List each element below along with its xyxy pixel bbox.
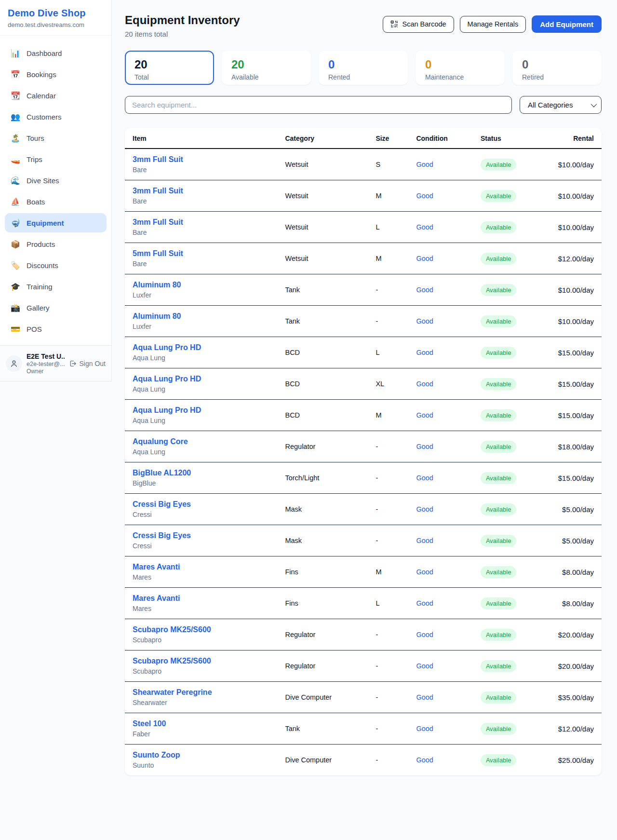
- item-size: -: [368, 462, 408, 494]
- item-condition-link[interactable]: Good: [416, 161, 433, 168]
- sidebar-item-label: Boats: [27, 198, 45, 206]
- item-brand: Bare: [133, 197, 269, 205]
- stat-card-maintenance[interactable]: 0Maintenance: [416, 51, 505, 85]
- item-name-link[interactable]: 5mm Full Suit: [133, 249, 269, 258]
- item-brand: Aqua Lung: [133, 417, 269, 424]
- sidebar-item-dive-sites[interactable]: 🌊Dive Sites: [5, 171, 107, 190]
- header-actions: Scan Barcode Manage Rentals Add Equipmen…: [383, 15, 602, 33]
- item-category: BCD: [277, 337, 368, 368]
- stat-card-rented[interactable]: 0Rented: [319, 51, 408, 85]
- item-condition-link[interactable]: Good: [416, 693, 433, 701]
- page-title: Equipment Inventory: [125, 14, 240, 27]
- item-name-link[interactable]: Scubapro MK25/S600: [133, 625, 269, 634]
- equipment-table-card: ItemCategorySizeConditionStatusRental 3m…: [125, 128, 602, 775]
- sidebar-item-gallery[interactable]: 📸Gallery: [5, 298, 107, 317]
- stat-card-available[interactable]: 20Available: [222, 51, 311, 85]
- sidebar-item-trips[interactable]: 🚤Trips: [5, 149, 107, 169]
- item-name-link[interactable]: Mares Avanti: [133, 563, 269, 571]
- item-brand: Aqua Lung: [133, 385, 269, 393]
- item-name-link[interactable]: BigBlue AL1200: [133, 469, 269, 477]
- item-condition-link[interactable]: Good: [416, 443, 433, 450]
- item-name-link[interactable]: Cressi Big Eyes: [133, 500, 269, 509]
- sidebar-item-discounts[interactable]: 🏷️Discounts: [5, 256, 107, 275]
- brand-name[interactable]: Demo Dive Shop: [8, 8, 104, 19]
- status-badge: Available: [481, 315, 517, 327]
- item-condition-link[interactable]: Good: [416, 662, 433, 670]
- item-condition-link[interactable]: Good: [416, 725, 433, 732]
- item-size: -: [368, 431, 408, 462]
- item-condition-link[interactable]: Good: [416, 631, 433, 638]
- table-row: Aluminum 80LuxferTank-GoodAvailable$10.0…: [125, 306, 602, 337]
- item-size: M: [368, 556, 408, 588]
- scan-barcode-button[interactable]: Scan Barcode: [383, 16, 454, 33]
- item-condition-link[interactable]: Good: [416, 349, 433, 356]
- item-size: XL: [368, 368, 408, 400]
- item-category: BCD: [277, 400, 368, 431]
- sidebar-item-customers[interactable]: 👥Customers: [5, 107, 107, 126]
- sign-out-label: Sign Out: [80, 360, 106, 367]
- category-filter-select[interactable]: All Categories: [520, 96, 602, 114]
- stat-card-retired[interactable]: 0Retired: [512, 51, 602, 85]
- sidebar-item-bookings[interactable]: 📅Bookings: [5, 65, 107, 84]
- item-brand: Shearwater: [133, 699, 269, 706]
- sidebar-item-products[interactable]: 📦Products: [5, 234, 107, 254]
- stat-label: Maintenance: [425, 73, 495, 81]
- table-row: 3mm Full SuitBareWetsuitLGoodAvailable$1…: [125, 212, 602, 243]
- sidebar-item-pos[interactable]: 💳POS: [5, 319, 107, 339]
- item-rental-rate: $10.00/day: [542, 274, 602, 306]
- sidebar-item-tours[interactable]: 🏝️Tours: [5, 128, 107, 148]
- item-name-link[interactable]: Mares Avanti: [133, 594, 269, 603]
- boats-icon: ⛵: [11, 197, 20, 206]
- sidebar-item-dashboard[interactable]: 📊Dashboard: [5, 43, 107, 63]
- item-name-link[interactable]: Aluminum 80: [133, 281, 269, 289]
- item-name-link[interactable]: 3mm Full Suit: [133, 218, 269, 227]
- item-name-link[interactable]: Aluminum 80: [133, 312, 269, 321]
- item-name-link[interactable]: Shearwater Peregrine: [133, 688, 269, 697]
- sidebar-item-training[interactable]: 🎓Training: [5, 277, 107, 296]
- table-row: Aqua Lung Pro HDAqua LungBCDMGoodAvailab…: [125, 400, 602, 431]
- item-name-link[interactable]: Aqua Lung Pro HD: [133, 343, 269, 352]
- manage-rentals-button[interactable]: Manage Rentals: [460, 16, 526, 33]
- item-name-link[interactable]: Aqua Lung Pro HD: [133, 406, 269, 415]
- item-condition-link[interactable]: Good: [416, 537, 433, 544]
- add-equipment-button[interactable]: Add Equipment: [532, 15, 602, 33]
- sidebar-item-label: Bookings: [27, 70, 56, 79]
- item-name-link[interactable]: Aqua Lung Pro HD: [133, 375, 269, 383]
- item-rental-rate: $12.00/day: [542, 243, 602, 274]
- item-rental-rate: $5.00/day: [542, 494, 602, 525]
- item-condition-link[interactable]: Good: [416, 286, 433, 294]
- item-name-link[interactable]: 3mm Full Suit: [133, 187, 269, 195]
- item-condition-link[interactable]: Good: [416, 505, 433, 513]
- user-footer: E2E Test U... e2e-tester@... Owner Sign …: [0, 345, 111, 381]
- item-condition-link[interactable]: Good: [416, 474, 433, 482]
- item-condition-link[interactable]: Good: [416, 599, 433, 607]
- sidebar-item-boats[interactable]: ⛵Boats: [5, 192, 107, 211]
- item-condition-link[interactable]: Good: [416, 192, 433, 200]
- item-name-link[interactable]: Aqualung Core: [133, 437, 269, 446]
- item-condition-link[interactable]: Good: [416, 255, 433, 262]
- item-condition-link[interactable]: Good: [416, 411, 433, 419]
- item-name-link[interactable]: Scubapro MK25/S600: [133, 657, 269, 665]
- item-category: Wetsuit: [277, 212, 368, 243]
- sidebar-item-equipment[interactable]: 🤿Equipment: [5, 213, 107, 232]
- item-brand: Aqua Lung: [133, 354, 269, 362]
- item-name-link[interactable]: 3mm Full Suit: [133, 155, 269, 164]
- item-brand: Mares: [133, 605, 269, 612]
- item-condition-link[interactable]: Good: [416, 380, 433, 388]
- sign-out-button[interactable]: Sign Out: [69, 360, 106, 367]
- status-badge: Available: [481, 535, 517, 547]
- user-role: Owner: [27, 368, 65, 375]
- stat-card-total[interactable]: 20Total: [125, 51, 214, 85]
- item-condition-link[interactable]: Good: [416, 317, 433, 325]
- item-condition-link[interactable]: Good: [416, 223, 433, 231]
- item-condition-link[interactable]: Good: [416, 568, 433, 576]
- column-header-condition: Condition: [408, 128, 473, 149]
- status-badge: Available: [481, 660, 517, 672]
- item-name-link[interactable]: Steel 100: [133, 719, 269, 728]
- status-badge: Available: [481, 691, 517, 704]
- sidebar-item-calendar[interactable]: 📆Calendar: [5, 86, 107, 105]
- item-name-link[interactable]: Suunto Zoop: [133, 751, 269, 759]
- item-condition-link[interactable]: Good: [416, 756, 433, 764]
- item-name-link[interactable]: Cressi Big Eyes: [133, 531, 269, 540]
- search-input[interactable]: [125, 96, 512, 114]
